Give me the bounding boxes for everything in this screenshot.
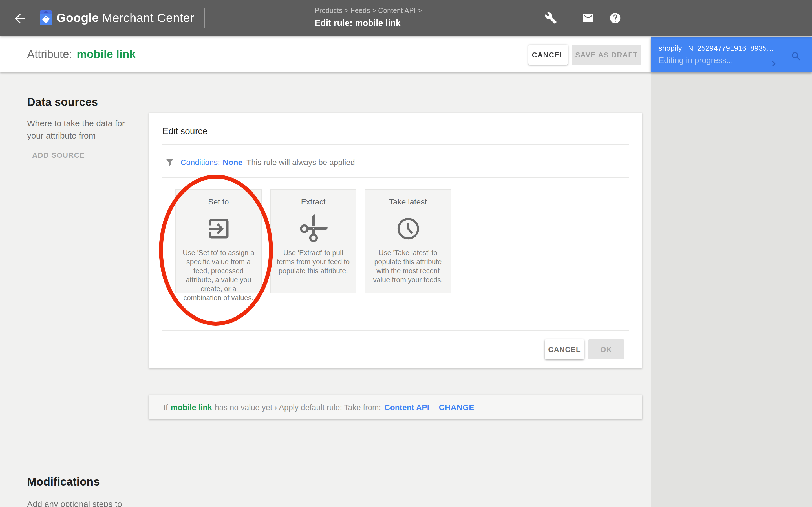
topbar-divider [204,8,205,28]
modifications-title: Modifications [27,475,100,489]
add-source-button[interactable]: ADD SOURCE [32,151,85,159]
default-rule-text: has no value yet › Apply default rule: T… [215,402,381,411]
feed-name: shopify_IN_252947791916_8935… [659,44,774,52]
default-rule-source: Content API [384,402,429,411]
option-description: Use 'Take latest' to populate this attri… [370,248,446,284]
back-arrow-icon[interactable] [12,11,27,26]
attribute-title: Attribute: mobile link [27,36,136,72]
edit-source-title: Edit source [162,126,207,136]
topbar-divider-2 [572,8,572,28]
conditions-value[interactable]: None [223,158,243,167]
conditions-label: Conditions: [181,158,220,167]
modifications-subtitle: Add any optional steps to [27,498,174,507]
search-icon[interactable] [791,51,802,62]
option-card-extract[interactable]: Extract Use 'Extract' to pull terms from… [270,189,356,293]
default-rule-attribute: mobile link [171,402,212,411]
default-rule-prefix: If [163,402,168,411]
edit-source-ok-button[interactable]: OK [588,339,624,359]
attribute-name: mobile link [77,48,136,61]
divider [162,177,629,178]
feed-status: Editing in progress... [659,56,733,65]
change-link[interactable]: CHANGE [439,402,474,411]
option-description: Use 'Extract' to pull terms from your fe… [276,248,351,276]
attribute-label: Attribute: [27,48,72,61]
help-icon[interactable] [609,12,621,24]
divider [162,144,629,145]
edit-source-cancel-button[interactable]: CANCEL [545,339,584,359]
clock-icon [365,216,451,242]
chevron-right-icon [768,58,779,69]
default-rule-strip: If mobile link has no value yet › Apply … [149,395,642,419]
data-sources-title: Data sources [27,96,98,109]
app-logo: Google Merchant Center [56,0,194,36]
topbar: Google Merchant Center Products > Feeds … [0,0,812,36]
divider [162,330,629,331]
mail-icon[interactable] [582,12,594,24]
option-description: Use 'Set to' to assign a specific value … [181,248,256,302]
option-title: Extract [271,197,356,206]
exit-to-app-icon [176,216,261,242]
option-title: Set to [176,197,261,206]
merchant-center-app: Google Merchant Center Products > Feeds … [0,0,812,507]
option-card-take-latest[interactable]: Take latest Use 'Take latest' to populat… [365,189,451,293]
breadcrumb-trail[interactable]: Products > Feeds > Content API > [315,7,422,15]
logo-merchant-center: Merchant Center [102,11,194,25]
merchant-tag-icon [40,10,52,27]
edit-source-card: Edit source Conditions: None This rule w… [149,113,642,369]
option-card-set-to[interactable]: Set to Use 'Set to' to assign a specific… [175,189,262,293]
cancel-button[interactable]: CANCEL [528,45,568,65]
conditions-row[interactable]: Conditions: None This rule will always b… [165,154,355,170]
option-title: Take latest [365,197,451,206]
data-sources-subtitle: Where to take the data for your attribut… [27,117,138,142]
breadcrumb: Products > Feeds > Content API > Edit ru… [315,7,422,28]
save-as-draft-button[interactable]: SAVE AS DRAFT [572,45,641,65]
right-rail [651,72,812,507]
logo-google: Google [56,11,99,25]
filter-funnel-icon [165,157,175,167]
page-title: Edit rule: mobile link [315,18,422,28]
attribute-bar: Attribute: mobile link CANCEL SAVE AS DR… [0,36,651,72]
scissors-icon [271,216,356,242]
conditions-note: This rule will always be applied [246,158,355,167]
feed-panel[interactable]: shopify_IN_252947791916_8935… Editing in… [651,37,812,72]
wrench-icon[interactable] [545,12,557,24]
